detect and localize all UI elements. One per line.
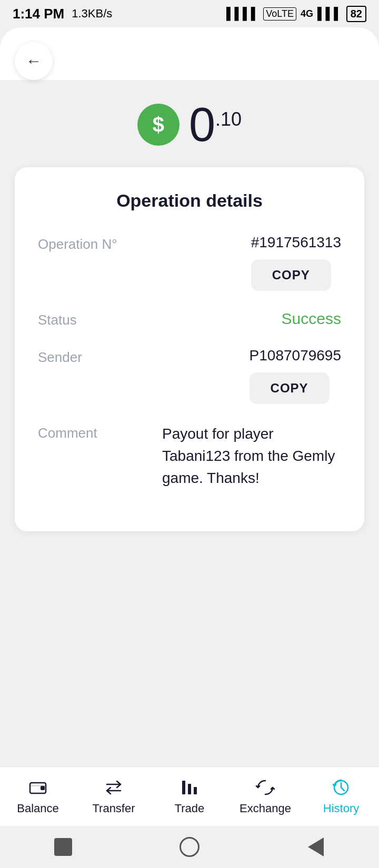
amount-decimal: .10	[215, 108, 242, 130]
android-back-button[interactable]	[304, 835, 327, 859]
nav-trade-label: Trade	[175, 802, 205, 815]
status-row: Status Success	[38, 310, 341, 328]
status-speed: 1.3KB/s	[72, 7, 112, 21]
amount-main: 0	[189, 101, 215, 148]
nav-exchange-label: Exchange	[240, 802, 291, 815]
copy-sender-button[interactable]: COPY	[250, 372, 330, 404]
status-value: Success	[282, 310, 341, 328]
dollar-sign-icon: $	[153, 113, 164, 137]
details-card: Operation details Operation N° #19175613…	[15, 167, 364, 531]
back-arrow-icon: ←	[26, 52, 42, 70]
network-4g-icon: 4G	[301, 8, 313, 19]
comment-label: Comment	[38, 423, 143, 441]
svg-rect-1	[41, 786, 45, 790]
operation-value: #1917561313	[251, 234, 341, 251]
nav-transfer[interactable]: Transfer	[76, 778, 152, 815]
nav-transfer-label: Transfer	[92, 802, 135, 815]
comment-value-col: Payout for player Tabani123 from the Gem…	[162, 423, 341, 489]
nav-balance-label: Balance	[17, 802, 59, 815]
sender-row: Sender P1087079695 COPY	[38, 347, 341, 404]
android-square-button[interactable]	[52, 835, 75, 859]
sender-value: P1087079695	[250, 347, 341, 364]
transfer-icon	[104, 778, 124, 798]
svg-rect-5	[194, 787, 197, 794]
amount-section: $ 0 .10	[0, 80, 379, 167]
nav-history-label: History	[323, 802, 359, 815]
nav-exchange[interactable]: Exchange	[227, 778, 303, 815]
top-bar: ←	[0, 27, 379, 80]
back-button[interactable]: ←	[15, 42, 53, 80]
android-nav-bar	[0, 826, 379, 868]
status-value-col: Success	[282, 310, 341, 328]
signal2-icon: ▌▌▌	[317, 7, 342, 21]
nav-balance[interactable]: Balance	[0, 778, 76, 815]
status-bar: 1:14 PM 1.3KB/s ▌▌▌▌ VoLTE 4G ▌▌▌ 82	[0, 0, 379, 27]
operation-row: Operation N° #1917561313 COPY	[38, 234, 341, 291]
android-home-button[interactable]	[178, 835, 201, 859]
svg-rect-4	[188, 784, 191, 794]
volte-icon: VoLTE	[263, 7, 296, 21]
exchange-icon	[255, 778, 275, 798]
battery-icon: 82	[346, 6, 366, 22]
status-label: Status	[38, 310, 143, 328]
status-time: 1:14 PM	[13, 6, 64, 22]
svg-rect-3	[182, 781, 185, 794]
currency-icon-circle: $	[137, 104, 179, 146]
operation-label: Operation N°	[38, 234, 143, 253]
signal-icon: ▌▌▌▌	[226, 7, 259, 21]
comment-value: Payout for player Tabani123 from the Gem…	[162, 423, 341, 489]
nav-history[interactable]: History	[303, 778, 379, 815]
wallet-icon	[28, 778, 48, 798]
card-title: Operation details	[38, 190, 341, 211]
status-icons: ▌▌▌▌ VoLTE 4G ▌▌▌ 82	[226, 6, 366, 22]
history-icon	[331, 778, 351, 798]
sender-label: Sender	[38, 347, 143, 366]
trade-icon	[179, 778, 200, 798]
bottom-nav: Balance Transfer Trade Exchange	[0, 766, 379, 826]
amount-display: 0 .10	[189, 101, 242, 148]
nav-trade[interactable]: Trade	[152, 778, 227, 815]
comment-row: Comment Payout for player Tabani123 from…	[38, 423, 341, 489]
svg-rect-2	[30, 785, 46, 786]
copy-operation-button[interactable]: COPY	[251, 259, 331, 291]
operation-value-col: #1917561313 COPY	[251, 234, 341, 291]
sender-value-col: P1087079695 COPY	[250, 347, 341, 404]
